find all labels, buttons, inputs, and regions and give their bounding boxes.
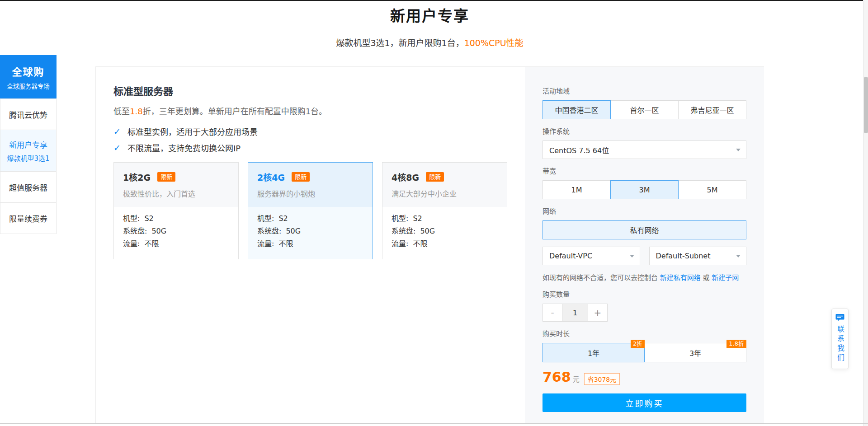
os-label: 操作系统	[542, 127, 746, 136]
spec-row: 流量:不限	[257, 238, 363, 250]
spec-row: 机型:S2	[257, 212, 363, 225]
spec-label: 机型:	[257, 214, 274, 223]
os-select[interactable]: CentOS 7.5 64位	[542, 140, 746, 159]
server-card-1c2g[interactable]: 1核2G 限新 极致性价比，入门首选 机型:S2 系统盘:50G 流量:不限	[113, 162, 239, 259]
card-tagline: 满足大部分中小企业	[392, 188, 498, 199]
spec-label: 流量:	[392, 239, 408, 248]
bandwidth-option-3m[interactable]: 3M	[610, 180, 679, 199]
buy-now-button[interactable]: 立即购买	[542, 393, 746, 412]
new-user-only-badge: 限新	[292, 172, 310, 182]
chat-icon	[835, 314, 844, 322]
region-option-hongkong[interactable]: 中国香港二区	[542, 100, 611, 119]
server-card-2c4g[interactable]: 2核4G 限新 服务器界的小钢炮 机型:S2 系统盘:50G 流量:不限	[248, 162, 373, 259]
new-user-only-badge: 限新	[426, 172, 444, 182]
discount-badge: 2折	[631, 340, 645, 348]
purchase-config-panel: 活动地域 中国香港二区 首尔一区 弗吉尼亚一区 操作系统 CentOS 7.5 …	[525, 67, 764, 423]
price-unit: 元	[573, 374, 580, 384]
sidebar-item-global-purchase[interactable]: 全球购 全球服务器专场	[0, 55, 57, 98]
subnet-select[interactable]: Default-Subnet	[649, 247, 747, 265]
subtitle-text: 爆款机型3选1，新用户限购1台，	[336, 38, 464, 48]
vpc-select[interactable]: Default-VPC	[542, 247, 640, 265]
new-user-only-badge: 限新	[157, 172, 175, 182]
region-option-virginia[interactable]: 弗吉尼亚一区	[678, 100, 746, 119]
sidebar-item-value-servers[interactable]: 超值服务器	[0, 171, 57, 203]
bandwidth-option-1m[interactable]: 1M	[542, 180, 611, 199]
spec-label: 机型:	[123, 214, 140, 223]
region-option-seoul[interactable]: 首尔一区	[610, 100, 679, 119]
bandwidth-option-label: 5M	[707, 186, 718, 194]
contact-us-widget[interactable]: 联系我们	[831, 309, 849, 369]
spec-row: 机型:S2	[123, 212, 229, 225]
network-type-label: 私有网络	[630, 225, 659, 235]
spec-label: 系统盘:	[123, 227, 147, 235]
sidebar-item-tencent-advantages[interactable]: 腾讯云优势	[0, 98, 57, 130]
sidebar-item-new-user-exclusive[interactable]: 新用户专享 爆款机型3选1	[0, 130, 57, 172]
sidebar-item-label: 超值服务器	[9, 182, 47, 193]
os-select-value: CentOS 7.5 64位	[549, 145, 609, 155]
region-options: 中国香港二区 首尔一区 弗吉尼亚一区	[542, 100, 746, 119]
sidebar-item-sublabel: 爆款机型3选1	[7, 153, 49, 163]
duration-options: 1年 2折 3年 1.8折	[542, 343, 746, 362]
quantity-value[interactable]: 1	[562, 304, 588, 322]
spec-row: 机型:S2	[392, 212, 498, 225]
check-icon	[113, 126, 121, 136]
feature-item: 标准型实例，适用于大部分应用场景	[113, 126, 507, 137]
spec-label: 机型:	[392, 214, 408, 223]
page-scrollbar[interactable]	[863, 0, 868, 426]
duration-option-3year[interactable]: 3年 1.8折	[644, 343, 746, 362]
spec-value: 50G	[286, 227, 301, 235]
quantity-stepper: - 1 +	[542, 304, 746, 322]
sidebar-item-label: 限量续费券	[9, 213, 47, 224]
quantity-decrease-button[interactable]: -	[542, 304, 562, 322]
bandwidth-option-label: 3M	[639, 186, 650, 194]
card-specs: 机型:S2 系统盘:50G 流量:不限	[382, 207, 507, 259]
network-note: 如现有的网络不合适，您可以去控制台 新建私有网络 或 新建子网	[542, 273, 746, 282]
card-specs: 机型:S2 系统盘:50G 流量:不限	[248, 207, 373, 259]
sidebar-item-label: 新用户专享	[9, 139, 47, 150]
spec-value: 不限	[144, 239, 159, 248]
vpc-select-value: Default-VPC	[549, 252, 592, 260]
spec-value: 不限	[278, 239, 293, 248]
sidebar-promo-title: 全球购	[12, 64, 44, 78]
chevron-down-icon	[630, 255, 634, 257]
spec-row: 系统盘:50G	[257, 225, 363, 238]
bandwidth-option-label: 1M	[571, 186, 582, 194]
quantity-increase-button[interactable]: +	[588, 304, 608, 322]
sidebar-item-label: 腾讯云优势	[9, 109, 47, 120]
create-vpc-link[interactable]: 新建私有网络	[660, 274, 701, 282]
bandwidth-option-5m[interactable]: 5M	[678, 180, 746, 199]
check-icon	[113, 143, 121, 153]
server-section: 标准型服务器 低至1.8折，三年更划算。单新用户在所有配置中限购1台。 标准型实…	[96, 67, 525, 423]
region-option-label: 首尔一区	[630, 104, 659, 115]
price-amount: 768	[542, 369, 571, 385]
bandwidth-label: 带宽	[542, 167, 746, 176]
card-header: 1核2G 限新 极致性价比，入门首选	[114, 163, 238, 207]
create-subnet-link[interactable]: 新建子网	[712, 274, 739, 282]
spec-value: 不限	[413, 239, 427, 248]
network-label: 网络	[542, 207, 746, 216]
spec-value: S2	[144, 214, 153, 223]
quantity-label: 购买数量	[542, 290, 746, 299]
sidebar: 全球购 全球服务器专场 腾讯云优势 新用户专享 爆款机型3选1 超值服务器 限量…	[0, 55, 57, 234]
duration-label: 购买时长	[542, 329, 746, 338]
region-option-label: 中国香港二区	[555, 104, 598, 115]
bandwidth-options: 1M 3M 5M	[542, 180, 746, 199]
duration-option-label: 3年	[689, 347, 701, 358]
card-header: 4核8G 限新 满足大部分中小企业	[382, 163, 507, 207]
sidebar-item-renewal-coupons[interactable]: 限量续费券	[0, 202, 57, 234]
card-tagline: 服务器界的小钢炮	[257, 188, 363, 199]
promo-text: 低至	[113, 107, 130, 116]
scrollbar-thumb[interactable]	[864, 77, 868, 133]
spec-value: 50G	[420, 227, 435, 235]
region-label: 活动地域	[542, 87, 746, 96]
region-option-label: 弗吉尼亚一区	[690, 104, 734, 115]
spec-row: 系统盘:50G	[392, 225, 498, 238]
network-type-button[interactable]: 私有网络	[542, 220, 746, 239]
spec-row: 流量:不限	[392, 238, 498, 250]
feature-text: 标准型实例，适用于大部分应用场景	[127, 126, 258, 137]
spec-label: 流量:	[123, 239, 140, 248]
server-card-4c8g[interactable]: 4核8G 限新 满足大部分中小企业 机型:S2 系统盘:50G 流量:不限	[382, 162, 507, 259]
duration-option-1year[interactable]: 1年 2折	[542, 343, 645, 362]
spec-row: 流量:不限	[123, 238, 229, 250]
discount-badge: 1.8折	[726, 340, 746, 348]
